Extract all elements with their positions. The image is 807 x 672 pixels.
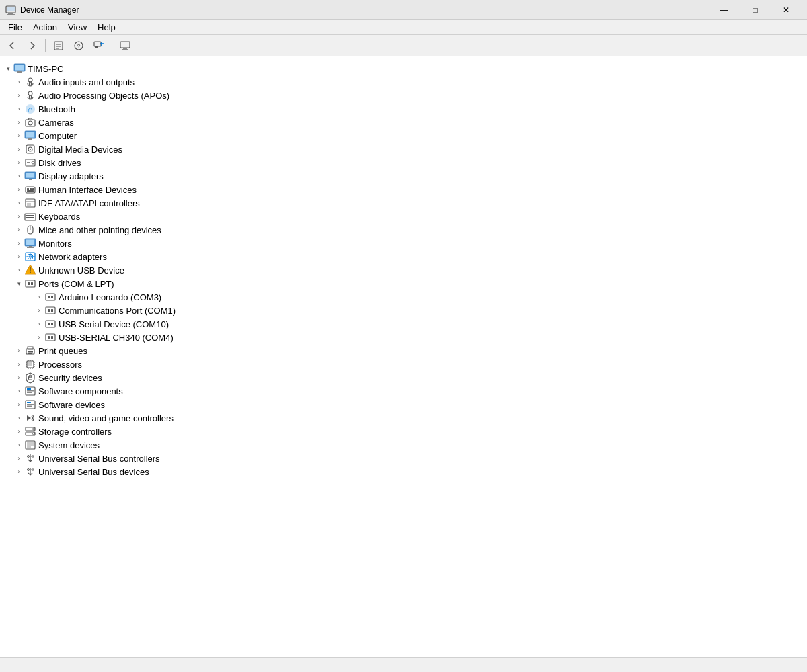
tree-item-disk-drives[interactable]: ›Disk drives xyxy=(0,156,807,169)
tree-item-monitors[interactable]: ›Monitors xyxy=(0,237,807,250)
expander-software-components[interactable]: › xyxy=(13,386,24,396)
maximize-button[interactable]: □ xyxy=(740,0,771,20)
svg-rect-78 xyxy=(46,334,55,341)
tree-item-cameras[interactable]: ›Cameras xyxy=(0,116,807,129)
forward-button[interactable] xyxy=(23,37,42,54)
tree-item-display-adapters[interactable]: ›Display adapters xyxy=(0,169,807,183)
expander-display-adapters[interactable]: › xyxy=(13,171,24,181)
tree-item-ports[interactable]: ▾Ports (COM & LPT) xyxy=(0,277,807,290)
menu-action[interactable]: Action xyxy=(28,21,63,34)
expander-hid[interactable]: › xyxy=(13,184,24,195)
expander-usb-serial[interactable]: › xyxy=(34,319,44,329)
svg-point-22 xyxy=(28,91,32,95)
icon-ports xyxy=(24,278,36,290)
svg-rect-58 xyxy=(26,240,34,245)
expander-mice[interactable]: › xyxy=(13,224,24,235)
tree-item-security-devices[interactable]: ›Security devices xyxy=(0,371,807,384)
close-button[interactable]: ✕ xyxy=(771,0,802,20)
menu-view[interactable]: View xyxy=(63,21,92,34)
expander-storage-controllers[interactable]: › xyxy=(13,426,24,437)
icon-system-devices xyxy=(24,439,36,451)
menu-file[interactable]: File xyxy=(3,21,28,34)
label-mice: Mice and other pointing devices xyxy=(38,225,161,235)
menu-help[interactable]: Help xyxy=(92,21,121,34)
svg-point-34 xyxy=(30,149,31,150)
expander-software-devices[interactable]: › xyxy=(13,399,24,410)
tree-item-keyboards[interactable]: ›Keyboards xyxy=(0,210,807,223)
label-cameras: Cameras xyxy=(38,118,74,128)
tree-item-usb-devices[interactable]: ›Universal Serial Bus devices xyxy=(0,465,807,478)
expander-audio-processing[interactable]: › xyxy=(13,90,24,101)
icon-monitors xyxy=(24,237,36,249)
tree-item-mice[interactable]: ›Mice and other pointing devices xyxy=(0,223,807,237)
tree-item-bluetooth[interactable]: ›⌂Bluetooth xyxy=(0,102,807,116)
expander-digital-media[interactable]: › xyxy=(13,144,24,155)
expander-network-adapters[interactable]: › xyxy=(13,251,24,262)
update-driver-button[interactable] xyxy=(116,37,134,54)
expander-audio-inputs[interactable]: › xyxy=(13,77,24,87)
icon-arduino xyxy=(44,291,56,303)
expander-system-devices[interactable]: › xyxy=(13,439,24,450)
tree-item-digital-media[interactable]: ›Digital Media Devices xyxy=(0,142,807,156)
label-comm-port: Communications Port (COM1) xyxy=(59,306,176,316)
expander-bluetooth[interactable]: › xyxy=(13,103,24,114)
svg-rect-73 xyxy=(48,309,50,312)
expander-security-devices[interactable]: › xyxy=(13,372,24,383)
tree-item-storage-controllers[interactable]: ›Storage controllers xyxy=(0,425,807,438)
svg-rect-48 xyxy=(27,203,31,206)
tree-item-software-components[interactable]: ›Software components xyxy=(0,384,807,398)
tree-item-computer[interactable]: ›Computer xyxy=(0,129,807,142)
svg-rect-54 xyxy=(26,217,34,218)
tree-item-ide-ata[interactable]: ›IDE ATA/ATAPI controllers xyxy=(0,196,807,210)
expander-sound-video[interactable]: › xyxy=(13,413,24,423)
svg-rect-6 xyxy=(56,46,61,47)
svg-rect-59 xyxy=(29,246,32,247)
label-disk-drives: Disk drives xyxy=(38,158,81,168)
expander-usb-serial-ch340[interactable]: › xyxy=(34,332,44,343)
expander-unknown-usb[interactable]: › xyxy=(13,265,24,276)
expander-cameras[interactable]: › xyxy=(13,117,24,128)
tree-item-unknown-usb[interactable]: ›!Unknown USB Device xyxy=(0,263,807,277)
icon-display-adapters xyxy=(24,170,36,182)
help-button[interactable]: ? xyxy=(69,37,88,54)
tree-item-audio-processing[interactable]: ›Audio Processing Objects (APOs) xyxy=(0,89,807,102)
tree-item-hid[interactable]: ›Human Interface Devices xyxy=(0,183,807,196)
expander-arduino[interactable]: › xyxy=(34,292,44,302)
svg-rect-115 xyxy=(27,442,34,444)
minimize-button[interactable]: — xyxy=(709,0,740,20)
tree-item-usb-serial-ch340[interactable]: ›USB-SERIAL CH340 (COM4) xyxy=(0,331,807,344)
scan-button[interactable] xyxy=(89,37,108,54)
label-software-devices: Software devices xyxy=(38,400,105,410)
tree-item-software-devices[interactable]: ›Software devices xyxy=(0,398,807,411)
tree-item-comm-port[interactable]: ›Communications Port (COM1) xyxy=(0,304,807,317)
tree-item-usb-controllers[interactable]: ›Universal Serial Bus controllers xyxy=(0,452,807,465)
tree-root[interactable]: ▾ TIMS-PC xyxy=(0,62,807,75)
expander-usb-controllers[interactable]: › xyxy=(13,453,24,464)
tree-item-processors[interactable]: ›Processors xyxy=(0,358,807,371)
expander-ide-ata[interactable]: › xyxy=(13,198,24,208)
expander-usb-devices[interactable]: › xyxy=(13,466,24,477)
tree-item-system-devices[interactable]: ›System devices xyxy=(0,438,807,452)
properties-button[interactable] xyxy=(49,37,68,54)
expander-monitors[interactable]: › xyxy=(13,238,24,249)
tree-item-usb-serial[interactable]: ›USB Serial Device (COM10) xyxy=(0,317,807,331)
expander-ports[interactable]: ▾ xyxy=(13,278,24,289)
expander-processors[interactable]: › xyxy=(13,359,24,370)
tree-item-arduino[interactable]: ›Arduino Leonardo (COM3) xyxy=(0,290,807,304)
svg-rect-5 xyxy=(56,44,61,45)
tree-item-print-queues[interactable]: ›Print queues xyxy=(0,344,807,358)
back-button[interactable] xyxy=(3,37,22,54)
svg-text:⌂: ⌂ xyxy=(28,104,33,114)
expander-computer[interactable]: › xyxy=(13,130,24,141)
svg-rect-67 xyxy=(28,282,30,285)
expander-disk-drives[interactable]: › xyxy=(13,157,24,168)
expander-keyboards[interactable]: › xyxy=(13,211,24,222)
expander-comm-port[interactable]: › xyxy=(34,305,44,316)
tree-item-network-adapters[interactable]: ›Network adapters xyxy=(0,250,807,263)
expander-print-queues[interactable]: › xyxy=(13,345,24,356)
svg-rect-60 xyxy=(27,247,34,248)
tree-item-sound-video[interactable]: ›Sound, video and game controllers xyxy=(0,411,807,425)
root-expander[interactable]: ▾ xyxy=(3,63,13,74)
toolbar-sep-2 xyxy=(112,39,112,52)
tree-item-audio-inputs[interactable]: ›Audio inputs and outputs xyxy=(0,75,807,89)
